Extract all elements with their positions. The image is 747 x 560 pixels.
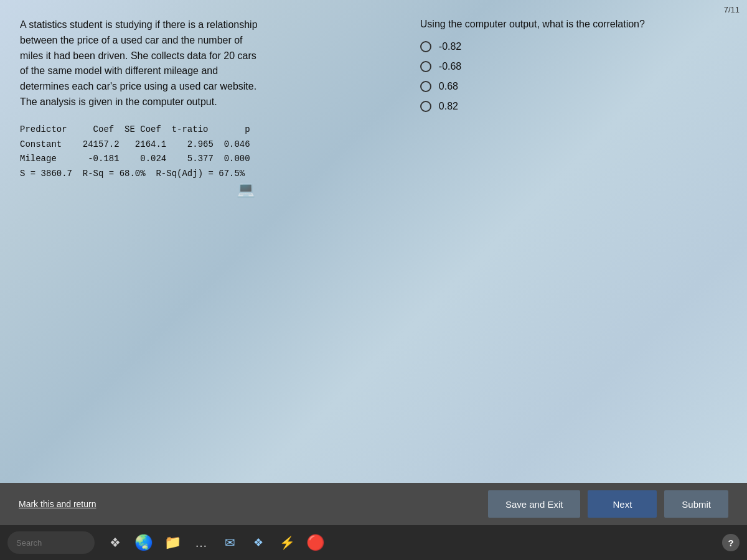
taskbar-bolt-icon[interactable]: ⚡ [278,533,296,552]
taskbar-mail-icon[interactable]: ✉ [220,533,239,552]
option-082[interactable]: 0.82 [420,101,727,112]
taskbar-chrome-icon[interactable]: 🔴 [306,533,325,552]
question-text: A statistics student is studying if ther… [20,17,395,110]
taskbar-file-icon[interactable]: 📁 [163,533,182,552]
taskbar-right: ? [722,534,740,551]
option-neg082[interactable]: -0.82 [420,41,727,52]
taskbar: ❖ 🌏 📁 … ✉ ❖ ⚡ 🔴 ? [0,525,747,560]
radio-082[interactable] [420,101,431,112]
option-neg082-label: -0.82 [439,41,461,52]
option-neg068-label: -0.68 [439,61,461,72]
mark-return-link[interactable]: Mark this and return [19,499,481,509]
bottom-bar: Mark this and return Save and Exit Next … [0,483,747,525]
question-area: 7/11 A statistics student is studying if… [0,0,747,483]
right-panel: Using the computer output, what is the c… [420,17,727,470]
save-exit-button[interactable]: Save and Exit [488,490,581,518]
option-neg068[interactable]: -0.68 [420,61,727,72]
help-button[interactable]: ? [722,534,740,551]
option-068-label: 0.68 [439,81,458,92]
taskbar-edge-icon[interactable]: 🌏 [134,533,153,552]
content-row: A statistics student is studying if ther… [20,17,727,470]
option-082-label: 0.82 [439,101,458,112]
option-068[interactable]: 0.68 [420,81,727,92]
radio-neg082[interactable] [420,41,431,52]
taskbar-view-icon[interactable]: ❖ [106,533,125,552]
taskbar-apps-icon[interactable]: … [192,533,210,552]
taskbar-icons: ❖ 🌏 📁 … ✉ ❖ ⚡ 🔴 [106,533,325,552]
submit-button[interactable]: Submit [664,490,728,518]
radio-068[interactable] [420,81,431,92]
radio-neg068[interactable] [420,61,431,72]
prompt-text: Using the computer output, what is the c… [420,19,727,30]
next-button[interactable]: Next [588,490,657,518]
taskbar-search-input[interactable] [7,531,95,554]
taskbar-drops-icon[interactable]: ❖ [249,533,268,552]
computer-output: Predictor Coef SE Coef t-ratio p Constan… [20,123,395,182]
cursor-icon: 💻 [237,180,255,198]
left-panel: A statistics student is studying if ther… [20,17,395,470]
question-counter: 7/11 [724,5,740,14]
